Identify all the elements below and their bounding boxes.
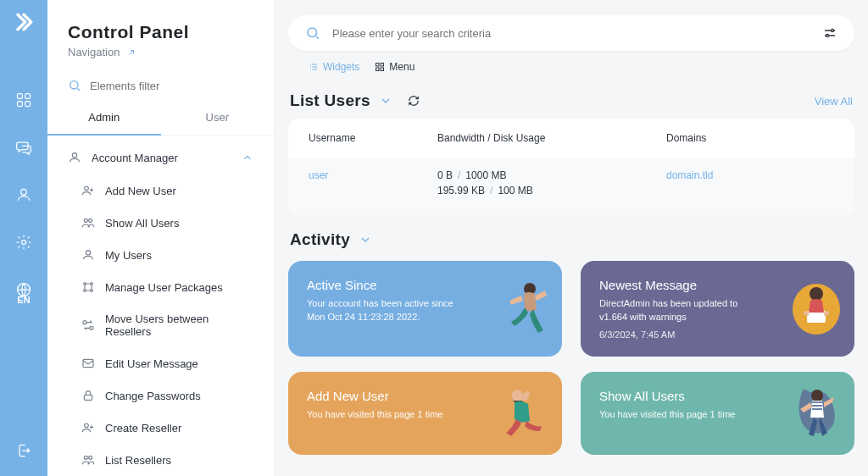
chat-icon[interactable]: [14, 137, 34, 158]
svg-point-36: [811, 390, 823, 401]
nav-my-users[interactable]: My Users: [47, 239, 274, 271]
svg-rect-20: [84, 395, 92, 400]
nav-create-reseller[interactable]: Create Reseller: [47, 412, 274, 444]
users-table: Username Bandwidth / Disk Usage Domains …: [288, 119, 854, 215]
lock-icon: [81, 389, 95, 402]
dancing-person-illustration: [787, 380, 846, 446]
activity-cards-row-2: Add New User You have visited this page …: [288, 372, 854, 455]
svg-point-10: [84, 219, 87, 222]
chevron-down-icon[interactable]: [359, 233, 372, 246]
running-person-illustration: [494, 275, 554, 341]
svg-rect-2: [18, 102, 23, 107]
sidebar-subtitle: Navigation: [68, 46, 120, 58]
svg-point-23: [89, 456, 92, 459]
svg-rect-30: [381, 68, 384, 71]
activity-head: Activity: [288, 215, 854, 257]
svg-point-26: [826, 35, 829, 37]
sidebar-nav: Account Manager Add New User Show All Us…: [47, 136, 274, 476]
refresh-icon[interactable]: [408, 95, 420, 107]
nav-show-all-users[interactable]: Show All Users: [47, 207, 274, 239]
tab-user[interactable]: User: [161, 101, 275, 136]
svg-point-24: [308, 28, 317, 37]
list-users-head: List Users View All: [288, 76, 854, 119]
svg-rect-28: [381, 64, 384, 67]
col-domains: Domains: [666, 132, 834, 144]
user-link[interactable]: user: [309, 169, 328, 181]
package-icon: [81, 280, 95, 294]
bandwidth-cell: 0 B/1000 MB 195.99 KB/100 MB: [437, 169, 666, 200]
sliders-icon[interactable]: [822, 25, 837, 41]
nav-group-account-manager[interactable]: Account Manager: [47, 141, 274, 174]
nav-add-new-user[interactable]: Add New User: [47, 174, 274, 207]
nav-edit-user-message[interactable]: Edit User Message: [47, 347, 274, 379]
language-label[interactable]: EN: [17, 295, 30, 305]
card-add-new-user[interactable]: Add New User You have visited this page …: [288, 372, 562, 455]
activity-cards-row-1: Active Since Your account has been activ…: [288, 261, 854, 357]
sidebar-title: Control Panel: [68, 22, 253, 42]
view-toolbar: Widgets Menu: [288, 51, 854, 76]
icon-rail: EN: [0, 0, 47, 476]
tab-admin[interactable]: Admin: [47, 101, 161, 136]
svg-rect-29: [376, 68, 380, 71]
svg-point-7: [70, 81, 78, 89]
elements-filter[interactable]: [47, 67, 274, 101]
domain-link[interactable]: domain.tld: [666, 169, 713, 181]
dashboard-icon[interactable]: [14, 90, 34, 110]
logout-icon[interactable]: [14, 440, 34, 461]
svg-point-11: [89, 219, 92, 222]
main-content: Widgets Menu List Users View All Usernam…: [275, 0, 868, 476]
chevron-down-icon[interactable]: [379, 94, 392, 108]
svg-point-18: [90, 326, 93, 329]
sidebar: Control Panel Navigation Admin User Acco…: [47, 0, 275, 476]
widgets-toggle[interactable]: Widgets: [309, 61, 359, 73]
svg-point-8: [72, 153, 76, 158]
nav-manage-user-packages[interactable]: Manage User Packages: [47, 271, 274, 303]
svg-point-12: [86, 251, 90, 255]
card-newest-message[interactable]: Newest Message DirectAdmin has been upda…: [581, 261, 854, 357]
svg-point-21: [85, 423, 89, 428]
list-users-title: List Users: [290, 91, 370, 110]
search-icon: [305, 25, 320, 41]
sidebar-tabs: Admin User: [47, 101, 274, 136]
menu-toggle[interactable]: Menu: [375, 61, 415, 73]
external-link-icon[interactable]: [126, 47, 136, 58]
svg-point-4: [21, 189, 27, 195]
transfer-icon: [81, 318, 95, 332]
svg-rect-0: [18, 94, 23, 99]
list-icon: [309, 62, 319, 72]
grid-icon: [375, 62, 385, 72]
svg-point-14: [91, 283, 93, 285]
laptop-person-illustration: [787, 275, 846, 341]
svg-point-16: [91, 290, 93, 292]
svg-point-13: [84, 283, 86, 285]
nav-move-users[interactable]: Move Users between Resellers: [47, 303, 274, 347]
col-bandwidth: Bandwidth / Disk Usage: [437, 132, 666, 144]
sidebar-header: Control Panel Navigation: [47, 0, 274, 67]
logo-icon[interactable]: [12, 10, 36, 34]
mail-icon: [81, 357, 95, 370]
person-icon: [68, 151, 81, 164]
chevron-up-icon: [242, 152, 253, 163]
svg-point-22: [84, 456, 87, 459]
card-show-all-users[interactable]: Show All Users You have visited this pag…: [581, 372, 854, 455]
filter-input[interactable]: [90, 80, 253, 92]
user-icon[interactable]: [14, 185, 34, 205]
stretching-person-illustration: [494, 380, 554, 446]
table-row: user 0 B/1000 MB 195.99 KB/100 MB domain…: [288, 158, 854, 215]
table-header: Username Bandwidth / Disk Usage Domains: [288, 119, 854, 158]
user-plus-icon: [81, 421, 95, 434]
svg-rect-34: [807, 311, 826, 323]
search-bar[interactable]: [288, 15, 854, 51]
settings-icon[interactable]: [14, 232, 34, 252]
nav-list-resellers[interactable]: List Resellers: [47, 444, 274, 476]
users-icon: [81, 453, 95, 467]
user-plus-icon: [81, 184, 95, 197]
card-active-since[interactable]: Active Since Your account has been activ…: [288, 261, 562, 357]
svg-point-33: [810, 287, 823, 301]
search-icon: [68, 79, 81, 92]
view-all-link[interactable]: View All: [815, 95, 853, 108]
nav-change-passwords[interactable]: Change Passwords: [47, 379, 274, 412]
activity-title: Activity: [290, 230, 350, 249]
user-icon: [81, 248, 95, 262]
search-input[interactable]: [332, 27, 810, 40]
